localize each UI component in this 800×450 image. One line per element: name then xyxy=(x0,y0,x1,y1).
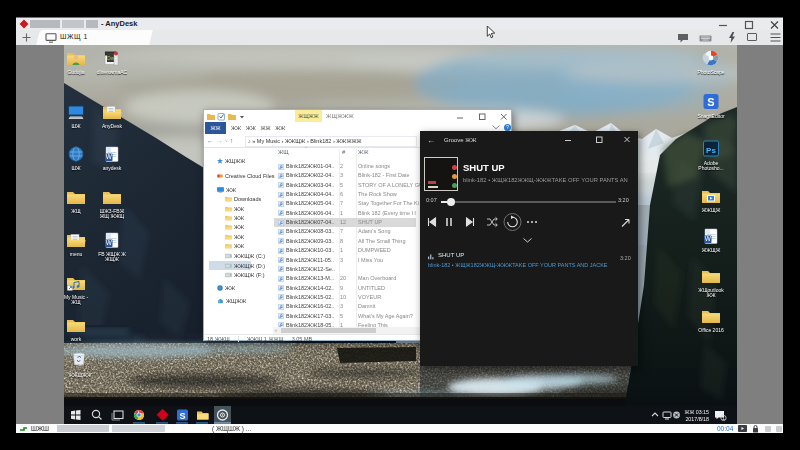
svg-text:S: S xyxy=(179,411,185,421)
svg-text:1: 1 xyxy=(722,416,725,421)
svg-text:2017/8/18: 2017/8/18 xyxy=(685,416,709,422)
svg-text:ЖЖ 03:15: ЖЖ 03:15 xyxy=(684,409,709,415)
